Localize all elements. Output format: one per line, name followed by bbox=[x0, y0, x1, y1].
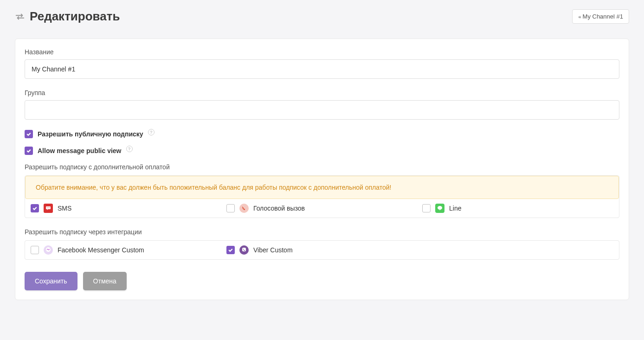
svg-point-2 bbox=[48, 207, 48, 208]
back-button[interactable]: « My Channel #1 bbox=[572, 9, 629, 24]
extra-fee-options: SMS Голосовой вызов Line bbox=[25, 199, 619, 218]
form-actions: Сохранить Отмена bbox=[25, 272, 619, 290]
option-voice: Голосовой вызов bbox=[226, 204, 418, 213]
public-view-label: Allow message public view bbox=[38, 147, 122, 154]
public-view-row: Allow message public view ? bbox=[25, 147, 619, 155]
fb-checkbox[interactable] bbox=[31, 246, 39, 254]
line-label: Line bbox=[449, 205, 461, 212]
warning-banner: Обратите внимание, что у вас должен быть… bbox=[25, 176, 619, 199]
svg-point-4 bbox=[438, 206, 442, 210]
public-subscribe-row: Разрешить публичную подписку ? bbox=[25, 130, 619, 138]
line-checkbox[interactable] bbox=[422, 204, 431, 212]
line-icon bbox=[435, 204, 444, 213]
page-header: Редактировать « My Channel #1 bbox=[0, 0, 644, 29]
option-line: Line bbox=[422, 204, 613, 213]
option-fb: Facebook Messenger Custom bbox=[31, 245, 222, 255]
help-icon[interactable]: ? bbox=[126, 146, 133, 152]
svg-point-1 bbox=[47, 207, 47, 208]
help-icon[interactable]: ? bbox=[148, 129, 155, 135]
option-sms: SMS bbox=[31, 204, 222, 213]
integrations-grid: Facebook Messenger Custom Viber Custom bbox=[25, 241, 619, 259]
sms-icon bbox=[44, 204, 53, 213]
chevron-left-icon: « bbox=[578, 14, 580, 19]
integrations-container: Facebook Messenger Custom Viber Custom bbox=[25, 240, 619, 260]
page-title: Редактировать bbox=[30, 9, 120, 24]
sms-checkbox[interactable] bbox=[31, 204, 39, 212]
sms-label: SMS bbox=[58, 205, 71, 212]
viber-checkbox[interactable] bbox=[226, 246, 235, 254]
svg-point-3 bbox=[49, 207, 50, 208]
voice-icon bbox=[239, 204, 249, 213]
fb-label: Facebook Messenger Custom bbox=[58, 246, 144, 254]
group-input[interactable] bbox=[25, 100, 619, 120]
cancel-button[interactable]: Отмена bbox=[83, 272, 127, 290]
public-view-checkbox[interactable] bbox=[25, 147, 33, 155]
voice-label: Голосовой вызов bbox=[253, 205, 305, 212]
public-subscribe-label: Разрешить публичную подписку bbox=[38, 130, 143, 138]
facebook-icon bbox=[44, 245, 53, 255]
name-group: Название bbox=[25, 48, 619, 79]
name-input[interactable] bbox=[25, 59, 619, 79]
viber-label: Viber Custom bbox=[253, 246, 293, 254]
svg-rect-6 bbox=[242, 248, 246, 251]
option-viber: Viber Custom bbox=[226, 245, 418, 255]
page-title-wrap: Редактировать bbox=[15, 9, 120, 24]
integrations-label: Разрешить подписку через интеграции bbox=[25, 228, 619, 236]
group-group: Группа bbox=[25, 89, 619, 120]
save-button[interactable]: Сохранить bbox=[25, 272, 77, 290]
public-subscribe-checkbox[interactable] bbox=[25, 130, 33, 138]
voice-checkbox[interactable] bbox=[226, 204, 235, 212]
form-card: Название Группа Разрешить публичную подп… bbox=[15, 38, 629, 300]
extra-fee-label: Разрешить подписку с дополнительной опла… bbox=[25, 163, 619, 171]
back-button-label: My Channel #1 bbox=[583, 13, 623, 20]
group-label: Группа bbox=[25, 89, 619, 96]
name-label: Название bbox=[25, 48, 619, 56]
extra-fee-container: Обратите внимание, что у вас должен быть… bbox=[25, 175, 619, 218]
swap-icon bbox=[15, 12, 25, 22]
viber-icon bbox=[239, 245, 249, 255]
